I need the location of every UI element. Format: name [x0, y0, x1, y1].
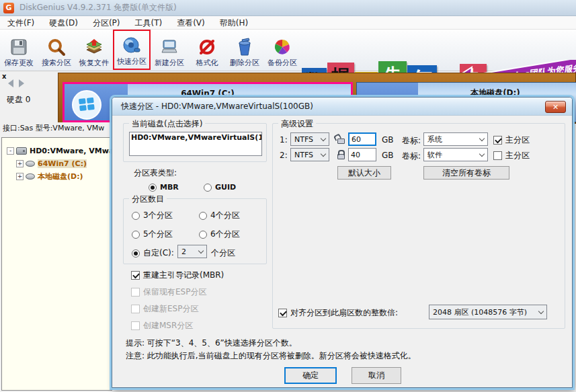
group-label: 高级设置: [278, 118, 316, 130]
lock-icon[interactable]: [337, 154, 345, 159]
toolbar-button-label: 删除分区: [230, 58, 259, 68]
radio-guid[interactable]: GUID: [204, 183, 236, 192]
radio-label: 4个分区: [210, 210, 240, 221]
align-sectors-value: 2048 扇区 (1048576 字节): [433, 307, 527, 317]
toolbar-button-label: 格式化: [196, 58, 218, 68]
radio-custom-count[interactable]: 自定(C):: [132, 247, 174, 259]
tree-item-label: HD0:VMware, VMware: [30, 147, 112, 155]
collapse-icon[interactable]: -: [7, 147, 14, 155]
prev-disk-icon[interactable]: [8, 79, 13, 87]
button-label: 取消: [368, 370, 384, 381]
new-partition-button[interactable]: 新建分区: [151, 30, 188, 70]
checkbox-label: 重建主引导记录(MBR): [143, 270, 224, 281]
radio-5-partitions[interactable]: 5个分区: [132, 229, 173, 240]
delete-partition-icon: [234, 36, 255, 58]
warning-text: 注意: 此功能执行后,当前磁盘上的现有分区将被删除。新分区将会被快速格式化。: [126, 350, 416, 362]
delete-partition-button[interactable]: 删除分区: [226, 30, 263, 70]
size-value: 40: [351, 151, 360, 159]
checkbox-label: 保留现有ESP分区: [143, 286, 206, 298]
quick-partition-button[interactable]: 快速分区: [113, 30, 151, 70]
dialog-titlebar[interactable]: 快速分区 - HD0:VMware,VMwareVirtualS(100GB): [112, 97, 572, 116]
align-partition-checkbox[interactable]: 对齐分区到此扇区数的整数倍:: [278, 307, 398, 319]
window-title: DiskGenius V4.9.2.371 免费版(单文件版): [19, 2, 177, 13]
row-index: 1:: [280, 135, 288, 145]
window-titlebar: G DiskGenius V4.9.2.371 免费版(单文件版): [0, 0, 576, 16]
custom-count-value: 2: [181, 247, 186, 256]
save-changes-button[interactable]: 保存更改: [0, 30, 38, 70]
panel-close-icon[interactable]: x: [2, 73, 6, 80]
cancel-button[interactable]: 取消: [352, 367, 401, 384]
tree-item-64win7[interactable]: + 64Win7 (C:): [2, 157, 112, 170]
custom-count-select[interactable]: 2: [177, 245, 207, 258]
menu-view[interactable]: 查看(V): [169, 16, 212, 30]
quick-partition-icon: [121, 35, 142, 56]
disk-listbox[interactable]: HD0:VMware,VMwareVirtualS(1: [129, 132, 262, 156]
size-input-1[interactable]: 60: [348, 132, 376, 146]
tree-item-local-disk-d[interactable]: + 本地磁盘(D:): [2, 170, 112, 183]
ok-button[interactable]: 确定: [284, 367, 337, 384]
tree-item-hd0[interactable]: - HD0:VMware, VMware: [2, 145, 112, 157]
disk-list-item[interactable]: HD0:VMware,VMwareVirtualS(1: [130, 132, 261, 143]
app-logo-icon: G: [3, 3, 14, 13]
toolbar: 保存更改 搜索分区 恢复文件 快速分区 新建分区: [0, 30, 576, 71]
disk-info-line: 接口:Sas 型号:VMware, VMw: [3, 122, 112, 134]
expand-icon[interactable]: +: [16, 160, 24, 167]
radio-label: MBR: [160, 183, 179, 192]
unlock-icon[interactable]: [337, 139, 345, 144]
menu-partition[interactable]: 分区(P): [85, 16, 128, 30]
next-disk-icon[interactable]: [19, 79, 24, 87]
volume-label-select-1[interactable]: 系统: [423, 132, 488, 146]
clear-volume-labels-button[interactable]: 清空所有卷标: [423, 166, 509, 180]
backup-partition-button[interactable]: 备份分区: [263, 30, 301, 70]
checkbox-icon: [131, 288, 140, 297]
radio-label: 6个分区: [210, 229, 240, 240]
checkbox-keep-esp[interactable]: 保留现有ESP分区: [131, 286, 206, 298]
partition-icon: [26, 173, 35, 180]
size-value: 60: [352, 135, 361, 144]
radio-label: 5个分区: [143, 229, 173, 240]
filesystem-select-1[interactable]: NTFS: [290, 132, 329, 146]
primary-partition-checkbox-2[interactable]: 主分区: [493, 150, 530, 161]
checkbox-label: 主分区: [505, 134, 530, 146]
checkbox-label: 创建MSR分区: [143, 320, 193, 331]
recover-files-button[interactable]: 恢复文件: [75, 30, 113, 70]
checkbox-icon: [493, 151, 502, 160]
filesystem-select-2[interactable]: NTFS: [290, 148, 329, 161]
volume-caption: 卷标:: [402, 151, 421, 162]
primary-partition-checkbox-1[interactable]: 主分区: [493, 134, 530, 146]
windows-logo-icon: [71, 89, 102, 120]
button-label: 清空所有卷标: [442, 167, 491, 179]
button-label: 确定: [302, 370, 319, 381]
disk-label: 硬盘 0: [7, 94, 30, 106]
align-sectors-select[interactable]: 2048 扇区 (1048576 字节): [429, 305, 547, 319]
dialog-close-button[interactable]: ✕: [545, 101, 566, 113]
advanced-settings-group: 高级设置 1: NTFS 60 GB 卷标: 系统 主分区 2:: [272, 123, 565, 329]
default-size-button[interactable]: 默认大小: [337, 166, 391, 180]
menu-disk[interactable]: 硬盘(D): [42, 16, 85, 30]
current-disk-group: 当前磁盘(点击选择) HD0:VMware,VMwareVirtualS(1: [123, 123, 267, 162]
radio-label: 3个分区: [143, 210, 173, 221]
radio-6-partitions[interactable]: 6个分区: [199, 229, 240, 240]
size-input-2[interactable]: 40: [348, 148, 376, 161]
quick-partition-dialog: 快速分区 - HD0:VMware,VMwareVirtualS(100GB) …: [112, 97, 573, 388]
checkbox-new-esp[interactable]: 创建新ESP分区: [131, 303, 198, 315]
checkbox-msr[interactable]: 创建MSR分区: [131, 320, 193, 331]
radio-3-partitions[interactable]: 3个分区: [132, 210, 173, 221]
menu-help[interactable]: 帮助(H): [212, 16, 255, 30]
checkbox-icon: [131, 271, 140, 280]
radio-4-partitions[interactable]: 4个分区: [199, 210, 240, 221]
checkbox-label: 对齐分区到此扇区数的整数倍:: [290, 307, 398, 319]
radio-mbr[interactable]: MBR: [149, 183, 179, 192]
row-index: 2:: [280, 151, 288, 160]
chevron-down-icon: [321, 135, 326, 141]
radio-icon: [132, 231, 140, 239]
format-button[interactable]: 格式化: [188, 30, 226, 70]
search-partition-button[interactable]: 搜索分区: [38, 30, 75, 70]
expand-icon[interactable]: +: [16, 173, 24, 180]
checkbox-rebuild-mbr[interactable]: 重建主引导记录(MBR): [131, 270, 224, 281]
new-partition-icon: [159, 36, 180, 58]
menu-file[interactable]: 文件(F): [0, 16, 42, 30]
radio-icon: [132, 249, 140, 258]
volume-label-select-2[interactable]: 软件: [423, 148, 488, 161]
menu-tools[interactable]: 工具(T): [127, 16, 169, 30]
